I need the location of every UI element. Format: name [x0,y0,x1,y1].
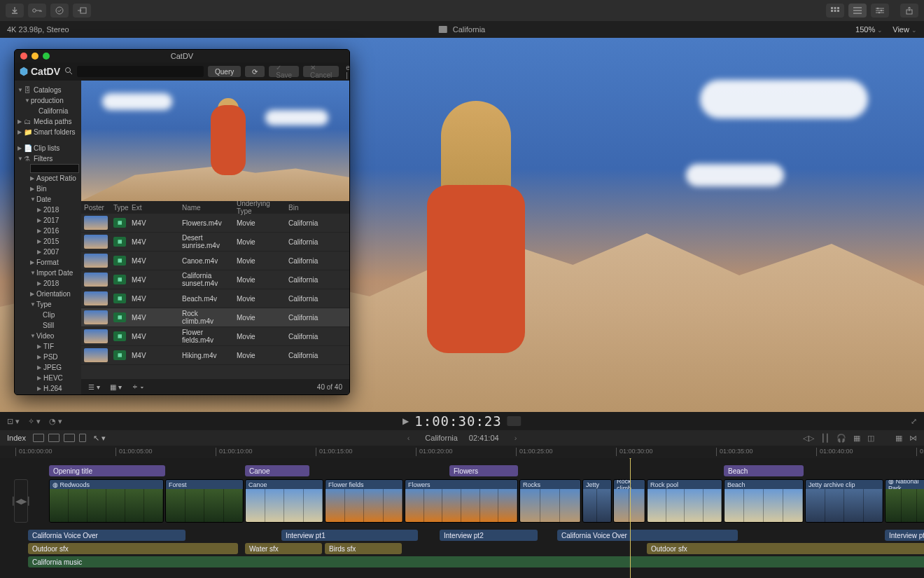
video-clip[interactable]: Jetty archive clip [805,479,883,523]
timeline-clip[interactable]: Interview pt2 [440,530,538,541]
zoom-dropdown[interactable]: 150% ⌄ [855,25,883,34]
sidebar-subitem[interactable]: ▶2017 [18,215,78,226]
table-row[interactable]: ▦M4VRock climb.m4vMovieCalifornia [81,308,349,327]
col-poster[interactable]: Poster [81,204,111,212]
connected-left-icon[interactable] [33,434,44,442]
video-clip[interactable]: ◍ Redwoods [49,479,164,523]
timeline-clip[interactable]: Birds sfx [325,543,402,554]
timeline-clip[interactable]: Outdoor sfx [647,543,924,554]
sidebar-smart-folders[interactable]: ▶📁Smart folders [18,127,78,137]
col-ext[interactable]: Ext [129,204,179,212]
sidebar-catalogs[interactable]: ▼🗄Catalogs [18,85,78,95]
play-button[interactable]: ▶ [402,416,409,426]
view-dropdown[interactable]: View ⌄ [892,25,917,34]
minimize-icon[interactable] [31,53,38,60]
cancel-button[interactable]: ✕ Cancel [303,66,339,77]
close-icon[interactable] [20,53,27,60]
timeline-clip[interactable]: Flowers [449,465,518,476]
col-name[interactable]: Name [179,204,234,212]
transitions-browser-icon[interactable]: ⋈ [909,434,917,443]
download-icon[interactable] [6,4,24,18]
inspector-layout-icon[interactable]: ◫ [867,434,874,443]
filter-import-date[interactable]: ▼Import Date [18,268,78,278]
effects-browser-icon[interactable]: ▦ [895,434,902,443]
video-clip[interactable]: ◍ National Park [885,479,924,523]
timeline-clip[interactable]: California Voice Over [28,530,186,541]
video-clip[interactable]: Flower fields [325,479,403,523]
video-clip[interactable]: Rock pool [647,479,722,523]
sidebar-production[interactable]: ▼production [18,95,78,106]
catdv-title-bar[interactable]: CatDV [15,50,349,62]
sidebar-subitem[interactable]: ▶2007 [18,247,78,257]
table-row[interactable]: ▦M4VHiking.m4vMovieCalifornia [81,346,349,365]
timeline-clip[interactable]: Beach [724,465,804,476]
sidebar-filters[interactable]: ▼⚗Filters [18,153,78,164]
sidebar-subitem[interactable]: ▶HEVC [18,373,78,383]
timeline-clip[interactable]: Outdoor sfx [28,543,238,554]
timecode-display[interactable]: 1:00:30:23 [414,413,501,429]
video-clip[interactable]: Rocks [519,479,581,523]
catdv-preview[interactable] [81,81,349,201]
list-icon[interactable] [848,4,867,18]
timeline-ruler[interactable]: 01:00:00:0001:00:05:0001:00:10:0001:00:1… [0,446,924,458]
table-row[interactable]: ▦M4VCalifornia sunset.m4vMovieCalifornia [81,270,349,289]
table-row[interactable]: ▦M4VBeach.m4vMovieCalifornia [81,289,349,308]
maximize-icon[interactable] [43,53,50,60]
retime-icon[interactable]: ◔ ▾ [49,417,62,426]
video-clip[interactable]: Rock climb [613,479,645,523]
sidebar-subitem[interactable]: ▶2018 [18,205,78,215]
filter-aspect-ratio[interactable]: ▶Aspect Ratio [18,173,78,184]
query-button[interactable]: Query [208,66,241,77]
video-clip[interactable]: Canoe [245,479,323,523]
filter-input[interactable] [30,164,79,173]
timeline[interactable]: Opening titleCanoeFlowersBeach ⎮◀▶⎮ ◍ Re… [0,458,924,578]
col-type[interactable]: Type [111,204,129,212]
role-label[interactable]: editor | Log [346,64,350,79]
sidebar-subitem[interactable]: ▶H.264 [18,383,78,394]
edge-handle[interactable]: ⎮◀▶⎮ [14,479,28,523]
search-input[interactable] [77,66,204,77]
share-icon[interactable] [900,4,918,18]
solo-icon[interactable]: 🎧 [836,434,846,443]
import-icon[interactable] [73,4,91,18]
layout-icon[interactable]: ⫩ ▾ [132,383,144,391]
sidebar-clip-lists[interactable]: ▶📄Clip lists [18,143,78,153]
refresh-button[interactable]: ⟳ [245,66,265,77]
grid-style-icon[interactable]: ▦ ▾ [110,383,122,391]
key-icon[interactable] [28,4,46,18]
audio-skimming-icon[interactable]: ⎮⎮ [821,434,830,443]
grid-icon[interactable] [826,4,844,18]
sidebar-media-paths[interactable]: ▶🗂Media paths [18,116,78,127]
list-style-icon[interactable]: ☰ ▾ [88,383,100,391]
video-clip[interactable]: Flowers [405,479,518,523]
checkmark-icon[interactable] [50,4,69,18]
sidebar-subitem[interactable]: ▶TIF [18,341,78,352]
sidebar-subitem[interactable]: ▶2016 [18,226,78,236]
video-clip[interactable]: Jetty [582,479,612,523]
timeline-clip[interactable]: Water sfx [245,543,322,554]
timeline-clip[interactable]: California music [28,556,924,567]
sidebar-subitem[interactable]: ▶2015 [18,236,78,247]
snapping-icon[interactable]: ▦ [853,434,860,443]
video-clip[interactable]: Beach [724,479,804,523]
filter-format[interactable]: ▶Format [18,257,78,268]
timeline-clip[interactable]: Canoe [245,465,309,476]
clip-appearance-icon[interactable]: ⊡ ▾ [7,417,20,426]
filter-type[interactable]: ▼Type [18,299,78,310]
skimming-icon[interactable]: ◁▷ [803,434,814,443]
connected-dropdown-icon[interactable] [79,434,86,442]
table-row[interactable]: ▦M4VFlower fields.m4vMovieCalifornia [81,327,349,346]
timeline-clip[interactable]: Opening title [49,465,165,476]
table-row[interactable]: ▦M4VCanoe.m4vMovieCalifornia [81,252,349,270]
sidebar-subitem[interactable]: ▶JPEG [18,362,78,373]
effects-icon[interactable]: ✧ ▾ [28,417,41,426]
video-clip[interactable]: Forest [165,479,244,523]
sidebar-subitem[interactable]: ▶PSD [18,352,78,362]
index-button[interactable]: Index [7,434,26,442]
tool-select[interactable]: ↖ ▾ [93,434,106,443]
save-button[interactable]: ✓ Save [269,66,299,77]
sidebar-subitem[interactable]: Clip [18,310,78,320]
sliders-icon[interactable] [871,4,889,18]
table-row[interactable]: ▦M4VFlowers.m4vMovieCalifornia [81,214,349,233]
col-bin[interactable]: Bin [286,204,349,212]
